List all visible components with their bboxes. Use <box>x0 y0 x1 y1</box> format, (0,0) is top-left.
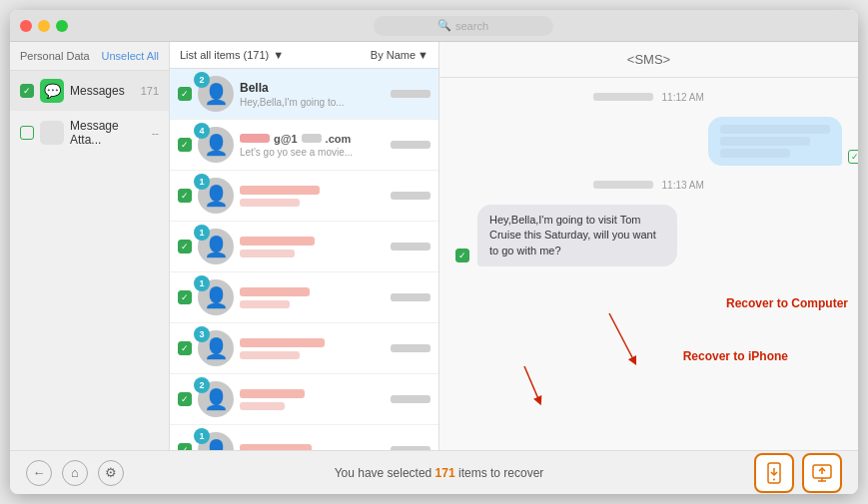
avatar-badge: 1 <box>194 275 210 291</box>
back-button[interactable]: ← <box>26 460 52 486</box>
list-items: 👤 2 Bella Hey,Bella,I'm going to... <box>170 69 438 450</box>
list-item-name: g@1 .com <box>240 133 385 145</box>
unselect-all-button[interactable]: Unselect All <box>102 50 159 62</box>
received-message-row: Hey,Bella,I'm going to visit Tom Cruise … <box>455 205 842 266</box>
blurred-date <box>391 395 431 403</box>
recover-to-iphone-button[interactable] <box>754 453 794 493</box>
list-item-content <box>240 338 385 359</box>
avatar: 👤 1 <box>198 432 234 450</box>
list-all-items-label: List all items (171) <box>180 49 269 61</box>
search-bar[interactable]: 🔍 search <box>374 16 553 36</box>
blurred-preview <box>240 300 290 308</box>
list-item-checkbox[interactable] <box>178 138 192 152</box>
avatar-badge: 3 <box>194 326 210 342</box>
computer-icon <box>811 462 833 484</box>
list-item-checkbox[interactable] <box>178 87 192 101</box>
list-item-checkbox[interactable] <box>178 290 192 304</box>
bottom-bar: ← ⌂ ⚙ You have selected 171 items to rec… <box>10 450 858 494</box>
close-button[interactable] <box>20 20 32 32</box>
list-item[interactable]: 👤 1 <box>170 425 438 450</box>
main-content: Personal Data Unselect All 💬 Messages 17… <box>10 42 858 450</box>
chat-messages: 11:12 AM 11:13 A <box>439 78 858 450</box>
list-item[interactable]: 👤 1 <box>170 272 438 323</box>
avatar-badge: 1 <box>194 174 210 190</box>
messages-icon: 💬 <box>40 79 64 103</box>
list-item-checkbox[interactable] <box>178 443 192 450</box>
list-dropdown-icon[interactable]: ▼ <box>273 49 284 61</box>
list-item-checkbox[interactable] <box>178 240 192 253</box>
list-item-meta <box>391 90 431 98</box>
sidebar-item-messages[interactable]: 💬 Messages 171 <box>10 71 169 111</box>
avatar-badge: 2 <box>194 377 210 393</box>
sort-dropdown-icon[interactable]: ▼ <box>418 49 429 61</box>
minimize-button[interactable] <box>38 20 50 32</box>
sidebar-header: Personal Data Unselect All <box>10 42 169 71</box>
blurred-preview <box>240 402 285 410</box>
list-item-preview: Let's go yo see a movie... <box>240 147 385 158</box>
blurred-date <box>391 344 431 352</box>
titlebar: 🔍 search <box>10 10 858 42</box>
main-window: 🔍 search Personal Data Unselect All 💬 Me… <box>10 10 858 494</box>
status-count: 171 <box>435 466 455 480</box>
blurred-date <box>391 90 431 98</box>
list-item[interactable]: 👤 1 <box>170 171 438 222</box>
avatar: 👤 3 <box>198 330 234 366</box>
sidebar-item-attachments-count: -- <box>152 127 159 139</box>
chat-panel: <SMS> 11:12 AM <box>439 42 858 450</box>
status-suffix: items to recover <box>455 466 544 480</box>
status-prefix: You have selected <box>335 466 435 480</box>
blurred-bubble-content <box>720 125 830 158</box>
recover-buttons <box>754 453 842 493</box>
message-text: Hey,Bella,I'm going to visit Tom Cruise … <box>489 214 656 256</box>
blurred-name <box>240 389 305 398</box>
list-sort-right: By Name ▼ <box>371 49 429 61</box>
settings-button[interactable]: ⚙ <box>98 460 124 486</box>
blurred-line <box>720 149 790 158</box>
blurred-timestamp <box>593 93 653 101</box>
list-item[interactable]: 👤 4 g@1 .com Let's go yo see a movie... <box>170 120 438 171</box>
received-message-checkbox[interactable] <box>455 249 469 262</box>
list-item[interactable]: 👤 2 <box>170 374 438 425</box>
sidebar-item-messages-label: Messages <box>70 84 135 98</box>
blurred-date <box>391 293 431 301</box>
avatar-badge: 4 <box>194 123 210 139</box>
avatar-badge: 1 <box>194 428 210 444</box>
avatar: 👤 2 <box>198 381 234 417</box>
list-item-content <box>240 287 385 308</box>
search-icon: 🔍 <box>437 19 451 32</box>
list-item[interactable]: 👤 2 Bella Hey,Bella,I'm going to... <box>170 69 438 120</box>
blurred-line <box>720 137 810 146</box>
list-item-meta <box>391 293 431 301</box>
attachments-icon <box>40 121 64 145</box>
home-button[interactable]: ⌂ <box>62 460 88 486</box>
message-check <box>848 150 858 164</box>
sidebar-item-attachments[interactable]: Message Atta... -- <box>10 111 169 155</box>
blurred-date <box>391 243 431 251</box>
nav-icons: ← ⌂ ⚙ <box>26 460 124 486</box>
recover-to-computer-button[interactable] <box>802 453 842 493</box>
avatar: 👤 4 <box>198 127 234 163</box>
list-item[interactable]: 👤 3 <box>170 323 438 374</box>
list-header-left: List all items (171) ▼ <box>180 49 284 61</box>
list-item-checkbox[interactable] <box>178 392 192 406</box>
blurred-name <box>240 237 315 246</box>
attachments-checkbox[interactable] <box>20 126 34 140</box>
list-item-meta <box>391 141 431 149</box>
list-panel: List all items (171) ▼ By Name ▼ 👤 2 <box>170 42 439 450</box>
list-item-checkbox[interactable] <box>178 189 192 203</box>
list-item-content <box>240 389 385 410</box>
maximize-button[interactable] <box>56 20 68 32</box>
avatar-badge: 1 <box>194 225 210 241</box>
status-text: You have selected 171 items to recover <box>140 466 738 480</box>
list-item-content <box>240 237 385 257</box>
avatar: 👤 1 <box>198 229 234 264</box>
avatar: 👤 2 <box>198 76 234 112</box>
list-item-checkbox[interactable] <box>178 341 192 355</box>
messages-checkbox[interactable] <box>20 84 34 98</box>
traffic-lights <box>20 20 68 32</box>
list-item-content: Bella Hey,Bella,I'm going to... <box>240 81 385 108</box>
list-item[interactable]: 👤 1 <box>170 222 438 272</box>
iphone-icon <box>763 462 785 484</box>
blurred-preview <box>240 351 300 359</box>
list-item-meta <box>391 395 431 403</box>
